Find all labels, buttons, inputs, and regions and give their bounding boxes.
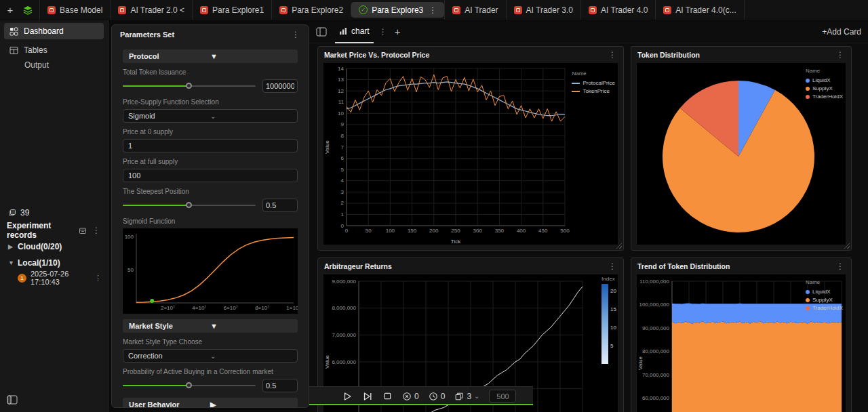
slider-handle[interactable]	[186, 202, 192, 208]
tab-menu-icon[interactable]: ⋮	[429, 5, 437, 15]
playback-bar: 0 0 3 ⌄	[309, 386, 533, 405]
chevron-down-icon: ▼	[8, 260, 14, 266]
legend-item-TokenPrice[interactable]: TokenPrice	[572, 87, 615, 96]
tab-chart[interactable]: chart	[335, 20, 374, 43]
workspace-tab-3[interactable]: Para Explore2	[271, 0, 351, 20]
svg-text:2: 2	[341, 200, 344, 206]
step-forward-button[interactable]	[362, 391, 373, 402]
sidebar-item-label: Dashboard	[24, 26, 64, 36]
steepest-position-slider[interactable]	[123, 201, 256, 210]
step-limit-input[interactable]	[489, 390, 516, 403]
slider-handle[interactable]	[186, 83, 192, 89]
legend-title: Name	[572, 70, 615, 78]
workspace-tab-4[interactable]: ✓Para Explore3⋮	[351, 2, 444, 18]
buy-probability-input[interactable]	[262, 379, 298, 392]
legend-item-LiquidX[interactable]: LiquidX	[806, 288, 843, 296]
colorbar-title: Index	[601, 276, 616, 282]
workspace-tab-7[interactable]: AI Trader 4.0	[580, 0, 655, 20]
panel-toggle-button[interactable]	[316, 27, 327, 37]
error-counter[interactable]: 0	[402, 392, 419, 401]
chart-icon	[339, 27, 347, 35]
model-icon	[589, 6, 597, 14]
price-at-zero-input[interactable]	[123, 139, 298, 152]
legend-item-TraderHoldX[interactable]: TraderHoldX	[806, 93, 843, 101]
market-style-select[interactable]: Correction ⌄	[123, 349, 298, 363]
caret-down-icon: ▼	[210, 322, 292, 330]
card-menu-icon[interactable]: ⋮	[836, 50, 845, 60]
svg-text:50: 50	[366, 228, 372, 234]
workspace-tab-6[interactable]: AI Trader 3.0	[506, 0, 580, 20]
section-market-style[interactable]: Market Style ▼	[123, 319, 298, 333]
experiment-records-header: Experiment records ⋮	[0, 222, 108, 239]
svg-text:300: 300	[473, 228, 483, 234]
record-menu-icon[interactable]: ⋮	[94, 274, 102, 283]
add-card-button[interactable]: +Add Card	[822, 27, 861, 37]
workspace-tab-8[interactable]: AI Trader 4.0(c...	[655, 0, 744, 20]
slider-handle[interactable]	[186, 382, 192, 388]
collapse-sidebar-button[interactable]	[7, 395, 18, 407]
colorbar-tick: 20	[610, 288, 616, 294]
workspace-tab-1[interactable]: AI Trader 2.0 <	[110, 0, 192, 20]
issuance-slider[interactable]	[123, 81, 256, 91]
sidebar-item-tables[interactable]: Tables	[4, 42, 104, 58]
legend-swatch	[806, 87, 810, 91]
svg-text:4: 4	[341, 178, 344, 184]
sidebar-item-dashboard[interactable]: Dashboard	[4, 23, 104, 39]
section-title: Market Style	[129, 322, 210, 330]
legend-item-ProtocalPrice[interactable]: ProtocalPrice	[572, 79, 615, 87]
workspace-tab-5[interactable]: AI Trader	[444, 0, 505, 20]
legend-label: TokenPrice	[583, 87, 610, 96]
legend-label: TraderHoldX	[812, 93, 843, 101]
dashboard-icon	[9, 27, 18, 36]
parameters-menu-icon[interactable]: ⋮	[292, 30, 300, 39]
legend-item-TraderHoldX[interactable]: TraderHoldX	[806, 304, 843, 312]
section-protocol[interactable]: Protocol ▼	[123, 49, 298, 63]
timer-counter[interactable]: 0	[429, 392, 446, 401]
model-icon	[200, 6, 208, 14]
card-title: Token Distribution	[637, 51, 836, 59]
steepest-value-input[interactable]	[262, 199, 298, 212]
record-item[interactable]: 1 2025-07-26 17:10:43 ⋮	[0, 271, 108, 285]
layers-icon[interactable]	[20, 3, 35, 18]
price-at-full-input[interactable]	[123, 169, 298, 182]
sidebar-item-output[interactable]: Output	[0, 58, 108, 72]
legend-item-LiquidX[interactable]: LiquidX	[806, 77, 843, 85]
svg-text:9: 9	[341, 121, 344, 127]
svg-text:10: 10	[338, 110, 344, 117]
add-tab-button[interactable]: +	[395, 26, 401, 37]
legend-swatch	[806, 290, 810, 294]
buy-probability-slider[interactable]	[123, 381, 256, 390]
archive-icon[interactable]	[79, 226, 87, 234]
tab-options-icon[interactable]: ⋮	[379, 27, 388, 37]
workspace-tab-0[interactable]: Base Model	[39, 0, 110, 20]
records-group-local[interactable]: ▼ Local(1/10)	[0, 255, 108, 271]
legend-label: SupplyX	[812, 85, 833, 93]
records-menu-icon[interactable]: ⋮	[92, 226, 101, 235]
card-menu-icon[interactable]: ⋮	[608, 50, 617, 60]
chevron-down-icon: ⌄	[210, 352, 292, 360]
svg-text:Value: Value	[324, 355, 330, 369]
runs-count: 39	[20, 208, 29, 218]
card-menu-icon[interactable]: ⋮	[608, 262, 617, 271]
section-user-behavior[interactable]: User Behavior ▶	[123, 398, 298, 408]
legend-title: Name	[806, 279, 843, 287]
check-icon: ✓	[359, 5, 368, 14]
snapshot-counter[interactable]: 3 ⌄	[454, 392, 479, 401]
stop-button[interactable]	[382, 391, 393, 401]
legend-item-SupplyX[interactable]: SupplyX	[806, 85, 843, 93]
issuance-value-input[interactable]	[262, 79, 298, 93]
new-workspace-button[interactable]: +	[3, 3, 18, 18]
card-menu-icon[interactable]: ⋮	[836, 262, 845, 271]
legend-label: LiquidX	[812, 288, 831, 296]
legend-item-SupplyX[interactable]: SupplyX	[806, 296, 843, 304]
tab-label: Para Explore3	[372, 5, 423, 15]
svg-text:110,000,000: 110,000,000	[639, 279, 669, 285]
dashboard-main: chart ⋮ + +Add Card Market Price Vs. Pro…	[309, 20, 868, 412]
workspace-tab-2[interactable]: Para Explore1	[192, 0, 271, 20]
card-title: Arbitrageur Returns	[324, 262, 608, 270]
svg-text:350: 350	[495, 228, 505, 234]
svg-text:4×10⁷: 4×10⁷	[192, 305, 206, 311]
price-supply-function-select[interactable]: Sigmoid ⌄	[123, 109, 298, 123]
records-group-cloud[interactable]: ▶ Cloud(0/20)	[0, 239, 108, 255]
play-button[interactable]	[342, 391, 353, 402]
